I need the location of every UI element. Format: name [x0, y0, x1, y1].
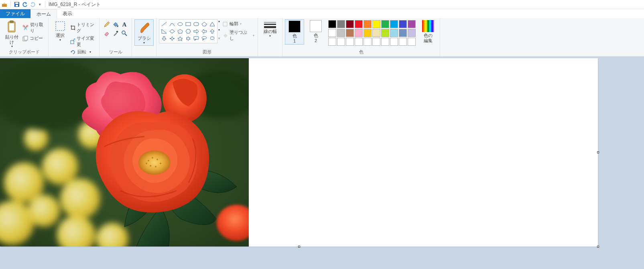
svg-rect-18: [194, 22, 199, 26]
color-swatch[interactable]: [355, 20, 363, 28]
shape-callout-rect[interactable]: [193, 35, 200, 42]
color-swatch[interactable]: [337, 29, 345, 37]
shape-star4[interactable]: [169, 35, 176, 42]
svg-point-53: [152, 157, 153, 159]
edit-colors-button[interactable]: 色の 編集: [419, 19, 437, 43]
color-swatch[interactable]: [390, 29, 398, 37]
color-swatch[interactable]: [372, 29, 380, 37]
color-swatch[interactable]: [328, 29, 336, 37]
shape-polygon[interactable]: [201, 21, 208, 27]
shape-rect[interactable]: [185, 21, 192, 27]
shape-callout-oval[interactable]: [201, 35, 208, 42]
shape-right-triangle[interactable]: [160, 28, 168, 35]
color-swatch[interactable]: [372, 38, 380, 46]
eraser-tool[interactable]: [103, 29, 111, 37]
shapes-scroll-up[interactable]: ▴: [218, 19, 220, 23]
svg-marker-35: [203, 39, 204, 41]
cut-button[interactable]: ✂️ 切り取り: [22, 21, 46, 35]
color-swatch[interactable]: [408, 20, 416, 28]
select-button[interactable]: 選択 ▾: [51, 19, 69, 42]
shape-hexagon[interactable]: [185, 28, 192, 35]
tab-view[interactable]: 表示: [57, 9, 78, 18]
shape-arrow-up[interactable]: [209, 28, 216, 35]
shape-callout-cloud[interactable]: [209, 35, 216, 42]
color-swatch[interactable]: [372, 20, 380, 28]
paste-button[interactable]: 貼り付け ▾: [2, 19, 22, 48]
bucket-tool[interactable]: [112, 20, 120, 29]
color-swatch[interactable]: [328, 38, 336, 46]
shapes-gallery[interactable]: [159, 19, 217, 43]
color-swatch[interactable]: [399, 20, 407, 28]
color-swatch[interactable]: [390, 20, 398, 28]
picker-tool[interactable]: [112, 29, 120, 37]
shape-curve[interactable]: [169, 21, 176, 27]
shape-star6[interactable]: [185, 35, 192, 42]
color-swatch[interactable]: [399, 38, 407, 46]
trim-button[interactable]: トリミング: [69, 21, 97, 35]
canvas-handle-e[interactable]: [597, 151, 599, 153]
color-swatch[interactable]: [381, 38, 389, 46]
shape-triangle[interactable]: [209, 21, 216, 27]
canvas-handle-se[interactable]: [597, 246, 599, 248]
color-swatch[interactable]: [399, 29, 407, 37]
color-swatch[interactable]: [408, 29, 416, 37]
svg-rect-8: [24, 36, 28, 40]
color-swatch[interactable]: [355, 38, 363, 46]
svg-rect-9: [56, 22, 65, 31]
color-swatch[interactable]: [346, 20, 354, 28]
shape-arrow-right[interactable]: [193, 28, 200, 35]
copy-button[interactable]: コピー: [22, 35, 46, 42]
svg-point-51: [138, 151, 171, 175]
color-swatch[interactable]: [381, 29, 389, 37]
color2-button[interactable]: 色 2: [307, 19, 325, 43]
shape-arrow-down[interactable]: [160, 35, 168, 42]
color-swatch[interactable]: [328, 20, 336, 28]
color-swatch[interactable]: [364, 29, 372, 37]
text-tool[interactable]: A: [120, 20, 128, 29]
color-swatch[interactable]: [337, 20, 345, 28]
color-swatch[interactable]: [355, 29, 363, 37]
shapes-expand[interactable]: ▿: [218, 37, 220, 40]
resize-label: サイズ変更: [77, 35, 96, 47]
save-button[interactable]: [13, 1, 20, 8]
pencil-tool[interactable]: [103, 20, 111, 29]
color2-label: 色 2: [314, 33, 318, 43]
color-swatch[interactable]: [364, 38, 372, 46]
svg-line-15: [162, 22, 167, 26]
svg-marker-27: [210, 29, 214, 33]
fill-button[interactable]: 塗りつぶし ▾: [221, 29, 255, 42]
color-swatch[interactable]: [381, 20, 389, 28]
canvas-image[interactable]: [0, 58, 249, 247]
shape-oval[interactable]: [177, 21, 184, 27]
zoom-tool[interactable]: [120, 29, 128, 37]
shape-line[interactable]: [160, 21, 168, 27]
brush-button[interactable]: ブラシ ▾: [134, 19, 154, 46]
color-swatch[interactable]: [364, 20, 372, 28]
undo-button[interactable]: [21, 1, 28, 8]
color-swatch[interactable]: [346, 38, 354, 46]
shape-star5[interactable]: [177, 35, 184, 42]
rotate-button[interactable]: 回転 ▾: [69, 48, 97, 56]
color-swatch[interactable]: [390, 38, 398, 46]
shapes-scroll-down[interactable]: ▾: [218, 28, 220, 32]
svg-rect-2: [15, 2, 18, 4]
color1-button[interactable]: 色 1: [285, 19, 304, 45]
shape-arrow-left[interactable]: [201, 28, 208, 35]
tab-home[interactable]: ホーム: [30, 9, 57, 18]
linewidth-button[interactable]: 線の幅 ▾: [260, 19, 280, 38]
outline-button[interactable]: 輪郭 ▾: [221, 20, 255, 28]
color-swatch[interactable]: [408, 38, 416, 46]
shape-diamond[interactable]: [169, 28, 176, 35]
shape-pentagon[interactable]: [177, 28, 184, 35]
color-swatch[interactable]: [337, 38, 345, 46]
resize-button[interactable]: サイズ変更: [69, 35, 97, 48]
shape-roundrect[interactable]: [193, 21, 200, 27]
color-swatch[interactable]: [346, 29, 354, 37]
tab-file[interactable]: ファイル: [0, 9, 30, 18]
svg-marker-19: [202, 22, 207, 26]
svg-point-13: [122, 31, 125, 34]
svg-point-42: [60, 179, 100, 219]
redo-button[interactable]: [29, 1, 37, 8]
canvas-handle-s[interactable]: [298, 246, 300, 248]
qat-customize[interactable]: ▾: [37, 2, 43, 6]
